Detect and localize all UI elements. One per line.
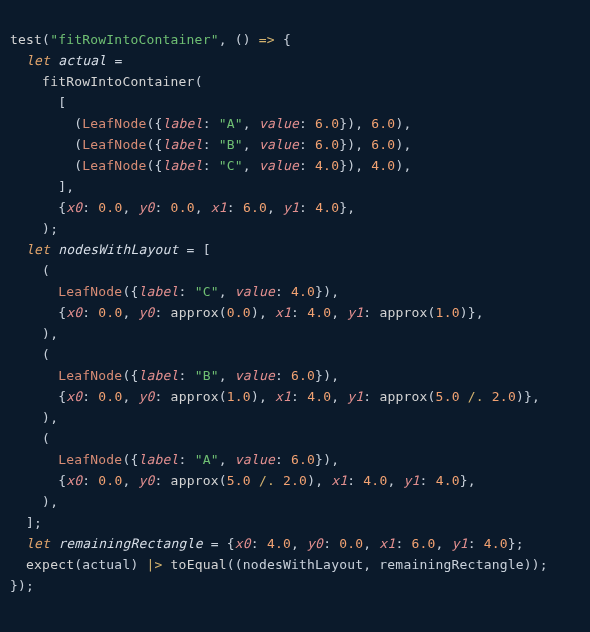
line: (LeafNode({label: "C", value: 4.0}), 4.0… — [10, 158, 411, 173]
line: {x0: 0.0, y0: approx(1.0), x1: 4.0, y1: … — [10, 389, 540, 404]
line: LeafNode({label: "B", value: 6.0}), — [10, 368, 339, 383]
line: ], — [10, 179, 74, 194]
var-remainingRectangle: remainingRectangle — [58, 536, 202, 551]
line: let nodesWithLayout = [ — [10, 242, 211, 257]
line: ( — [10, 263, 50, 278]
line: let remainingRectangle = {x0: 4.0, y0: 0… — [10, 536, 524, 551]
line: ]; — [10, 515, 42, 530]
line: {x0: 0.0, y0: approx(0.0), x1: 4.0, y1: … — [10, 305, 484, 320]
arrow-op: => — [259, 32, 275, 47]
fn-toEqual: toEqual — [171, 557, 227, 572]
line: ), — [10, 326, 58, 341]
line: (LeafNode({label: "B", value: 6.0}), 6.0… — [10, 137, 411, 152]
line: {x0: 0.0, y0: approx(5.0 /. 2.0), x1: 4.… — [10, 473, 476, 488]
line: (LeafNode({label: "A", value: 6.0}), 6.0… — [10, 116, 411, 131]
var-actual: actual — [58, 53, 106, 68]
line: let actual = — [10, 53, 122, 68]
line: ), — [10, 410, 58, 425]
pipe-op: |> — [147, 557, 163, 572]
line: fitRowIntoContainer( — [10, 74, 203, 89]
line: LeafNode({label: "C", value: 4.0}), — [10, 284, 339, 299]
line: expect(actual) |> toEqual((nodesWithLayo… — [10, 557, 548, 572]
let-keyword: let — [26, 53, 50, 68]
line: [ — [10, 95, 66, 110]
string-literal: "fitRowIntoContainer" — [50, 32, 219, 47]
leafnode-id: LeafNode — [82, 116, 146, 131]
line: LeafNode({label: "A", value: 6.0}), — [10, 452, 339, 467]
line: ); — [10, 221, 58, 236]
fn-test: test — [10, 32, 42, 47]
line: }); — [10, 578, 34, 593]
line: {x0: 0.0, y0: 0.0, x1: 6.0, y1: 4.0}, — [10, 200, 355, 215]
line: ), — [10, 494, 58, 509]
line: ( — [10, 347, 50, 362]
fn-expect: expect — [26, 557, 74, 572]
div-op: /. — [468, 389, 484, 404]
line: test("fitRowIntoContainer", () => { — [10, 32, 291, 47]
fn-fitRowIntoContainer: fitRowIntoContainer — [42, 74, 195, 89]
code-block: test("fitRowIntoContainer", () => { let … — [0, 0, 590, 606]
var-nodesWithLayout: nodesWithLayout — [58, 242, 178, 257]
line: ( — [10, 431, 50, 446]
